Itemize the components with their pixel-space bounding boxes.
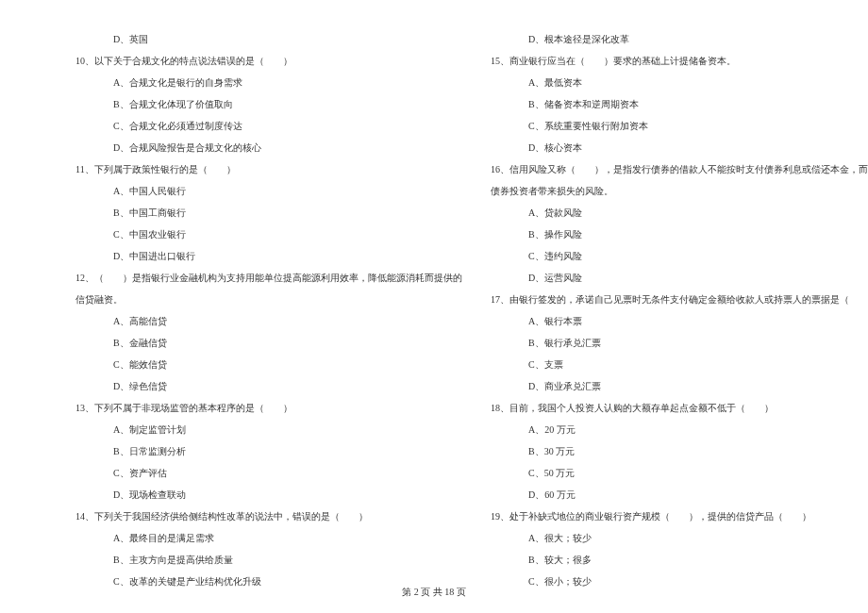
- question-18-option-b: B、30 万元: [472, 440, 821, 462]
- page-columns: D、英国 10、以下关于合规文化的特点说法错误的是（ ） A、合规文化是银行的自…: [0, 28, 868, 592]
- question-12-option-a: A、高能信贷: [57, 310, 406, 332]
- question-15-option-d: D、核心资本: [472, 137, 821, 158]
- question-13-option-d: D、现场检查联动: [57, 484, 406, 505]
- left-column: D、英国 10、以下关于合规文化的特点说法错误的是（ ） A、合规文化是银行的自…: [0, 28, 434, 592]
- question-18-stem: 18、目前，我国个人投资人认购的大额存单起点金额不低于（ ）: [472, 397, 821, 419]
- question-11-option-c: C、中国农业银行: [57, 224, 406, 245]
- question-12-option-d: D、绿色信贷: [57, 375, 406, 397]
- question-10-stem: 10、以下关于合规文化的特点说法错误的是（ ）: [57, 50, 406, 72]
- option-d-previous: D、英国: [57, 28, 406, 50]
- option-d-previous-right: D、根本途径是深化改革: [472, 28, 821, 50]
- question-15-option-c: C、系统重要性银行附加资本: [472, 115, 821, 137]
- question-16-option-a: A、贷款风险: [472, 202, 821, 224]
- question-15-option-b: B、储备资本和逆周期资本: [472, 93, 821, 115]
- question-17-stem: 17、由银行签发的，承诺自己见票时无条件支付确定金额给收款人或持票人的票据是（ …: [472, 289, 821, 310]
- question-15-stem: 15、商业银行应当在（ ）要求的基础上计提储备资本。: [472, 50, 821, 72]
- question-13-stem: 13、下列不属于非现场监管的基本程序的是（ ）: [57, 397, 406, 419]
- question-11-option-b: B、中国工商银行: [57, 202, 406, 224]
- question-14-option-a: A、最终目的是满足需求: [57, 527, 406, 549]
- page-footer: 第 2 页 共 18 页: [0, 586, 868, 599]
- question-15-option-a: A、最低资本: [472, 72, 821, 93]
- question-19-option-b: B、较大；很多: [472, 549, 821, 571]
- question-18-option-c: C、50 万元: [472, 462, 821, 484]
- question-11-option-d: D、中国进出口银行: [57, 245, 406, 267]
- question-11-stem: 11、下列属于政策性银行的是（ ）: [57, 158, 406, 180]
- question-17-option-d: D、商业承兑汇票: [472, 375, 821, 397]
- question-12-option-b: B、金融信贷: [57, 332, 406, 354]
- question-12-stem-line1: 12、（ ）是指银行业金融机构为支持用能单位提高能源利用效率，降低能源消耗而提供…: [57, 267, 406, 289]
- question-16-option-d: D、运营风险: [472, 267, 821, 289]
- question-10-option-c: C、合规文化必须通过制度传达: [57, 115, 406, 137]
- question-13-option-c: C、资产评估: [57, 462, 406, 484]
- question-18-option-d: D、60 万元: [472, 484, 821, 505]
- question-16-option-b: B、操作风险: [472, 224, 821, 245]
- right-column: D、根本途径是深化改革 15、商业银行应当在（ ）要求的基础上计提储备资本。 A…: [434, 28, 868, 592]
- question-14-stem: 14、下列关于我国经济供给侧结构性改革的说法中，错误的是（ ）: [57, 505, 406, 527]
- question-19-stem: 19、处于补缺式地位的商业银行资产规模（ ），提供的信贷产品（ ）: [472, 505, 821, 527]
- question-16-stem-line1: 16、信用风险又称（ ），是指发行债券的借款人不能按时支付债券利息或偿还本金，而…: [472, 158, 821, 180]
- question-10-option-a: A、合规文化是银行的自身需求: [57, 72, 406, 93]
- question-10-option-d: D、合规风险报告是合规文化的核心: [57, 137, 406, 158]
- question-10-option-b: B、合规文化体现了价值取向: [57, 93, 406, 115]
- question-18-option-a: A、20 万元: [472, 419, 821, 440]
- question-17-option-a: A、银行本票: [472, 310, 821, 332]
- question-17-option-c: C、支票: [472, 354, 821, 375]
- question-12-stem-line2: 信贷融资。: [57, 289, 406, 310]
- question-13-option-b: B、日常监测分析: [57, 440, 406, 462]
- question-12-option-c: C、能效信贷: [57, 354, 406, 375]
- question-11-option-a: A、中国人民银行: [57, 180, 406, 202]
- question-16-option-c: C、违约风险: [472, 245, 821, 267]
- question-19-option-a: A、很大；较少: [472, 527, 821, 549]
- question-17-option-b: B、银行承兑汇票: [472, 332, 821, 354]
- question-16-stem-line2: 债券投资者带来损失的风险。: [472, 180, 821, 202]
- question-13-option-a: A、制定监管计划: [57, 419, 406, 440]
- question-14-option-b: B、主攻方向是提高供给质量: [57, 549, 406, 571]
